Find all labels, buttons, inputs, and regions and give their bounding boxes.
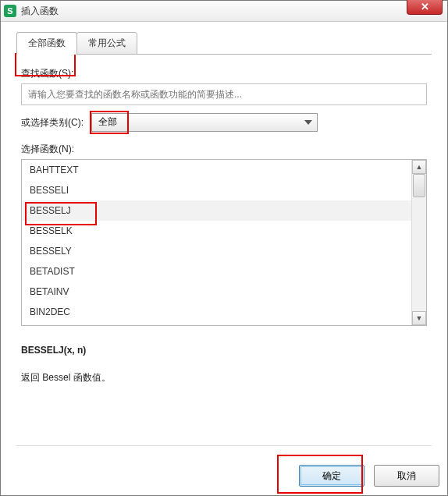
list-item[interactable]: BESSELI: [22, 180, 412, 200]
function-list-inner: BAHTTEXT BESSELI BESSELJ BESSELK BESSELY…: [22, 160, 412, 325]
insert-function-dialog: S 插入函数 ✕ 全部函数 常用公式 查找函数(S): 或选择类别(C): 全部: [0, 0, 448, 496]
footer-separator: [16, 445, 432, 446]
scroll-thumb[interactable]: [413, 174, 425, 197]
category-row: 或选择类别(C): 全部: [21, 113, 427, 132]
function-list-section: 选择函数(N): BAHTTEXT BESSELI BESSELJ BESSEL…: [21, 143, 427, 326]
dialog-body: 全部函数 常用公式 查找函数(S): 或选择类别(C): 全部 选择函数(N):: [1, 22, 447, 496]
category-label: 或选择类别(C):: [21, 116, 84, 129]
list-item[interactable]: BETADIST: [22, 261, 412, 282]
function-listbox[interactable]: BAHTTEXT BESSELI BESSELJ BESSELK BESSELY…: [21, 159, 427, 326]
scroll-track[interactable]: [412, 174, 426, 311]
content-area: 查找函数(S): 或选择类别(C): 全部 选择函数(N): BAHTTEXT: [16, 55, 432, 384]
app-icon: S: [4, 5, 16, 17]
function-details: BESSELJ(x, n) 返回 Bessel 函数值。: [21, 345, 427, 384]
search-label: 查找函数(S):: [21, 67, 427, 80]
category-selected-value: 全部: [98, 116, 117, 127]
list-item[interactable]: BAHTTEXT: [22, 160, 412, 180]
list-item[interactable]: BESSELY: [22, 241, 412, 261]
scroll-down-button[interactable]: ▼: [412, 311, 426, 325]
list-item[interactable]: BIN2DEC: [22, 302, 412, 322]
list-item[interactable]: BETAINV: [22, 282, 412, 302]
close-button[interactable]: ✕: [407, 0, 443, 15]
tab-strip: 全部函数 常用公式: [16, 33, 432, 55]
tab-all-functions[interactable]: 全部函数: [16, 32, 77, 55]
scrollbar-vertical[interactable]: ▲ ▼: [411, 160, 426, 325]
ok-button[interactable]: 确定: [299, 465, 364, 487]
function-syntax: BESSELJ(x, n): [21, 345, 427, 356]
titlebar: S 插入函数 ✕: [1, 1, 447, 22]
cancel-button[interactable]: 取消: [374, 465, 439, 487]
search-input[interactable]: [21, 83, 427, 105]
list-item[interactable]: BESSELJ: [22, 200, 412, 221]
dialog-footer: 确定 取消: [1, 454, 447, 496]
scroll-up-button[interactable]: ▲: [412, 160, 426, 174]
function-description: 返回 Bessel 函数值。: [21, 371, 427, 384]
list-item[interactable]: BESSELK: [22, 221, 412, 241]
chevron-down-icon: [304, 120, 312, 125]
function-list-label: 选择函数(N):: [21, 143, 427, 156]
tab-common-formulas[interactable]: 常用公式: [76, 32, 137, 55]
category-select[interactable]: 全部: [91, 113, 318, 132]
window-title: 插入函数: [21, 5, 59, 18]
category-select-wrap: 全部: [91, 113, 318, 132]
